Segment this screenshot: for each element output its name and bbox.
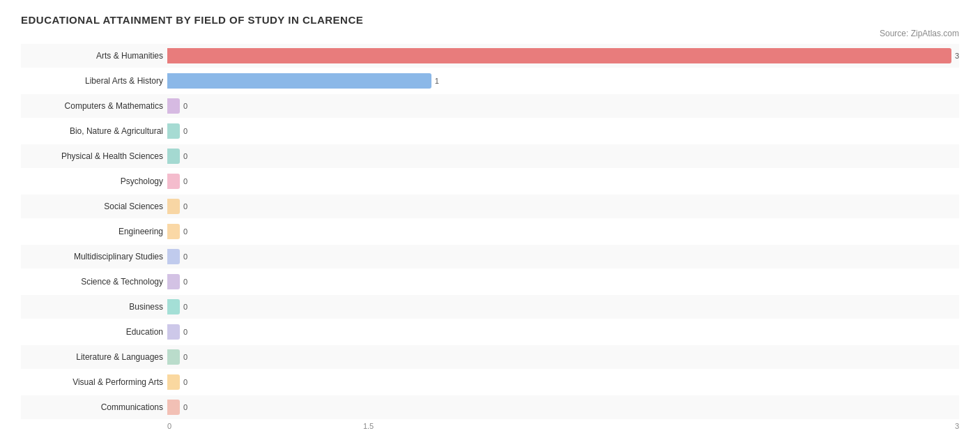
bar-track: 0 [167, 274, 959, 289]
bar-track: 0 [167, 174, 959, 189]
bar-fill [167, 98, 180, 114]
bar-value: 1 [435, 77, 439, 85]
bar-label: Multidisciplinary Studies [21, 252, 167, 261]
chart-title: EDUCATIONAL ATTAINMENT BY FIELD OF STUDY… [21, 14, 959, 26]
bar-value: 3 [955, 52, 959, 60]
bar-value: 0 [183, 403, 187, 411]
bar-label: Education [21, 327, 167, 337]
bar-value: 0 [183, 102, 187, 110]
bar-track: 0 [167, 249, 959, 264]
bar-track: 0 [167, 199, 959, 214]
bar-fill [167, 274, 180, 289]
bar-row: Liberal Arts & History1 [21, 69, 959, 93]
bar-fill [167, 123, 180, 139]
bar-track: 0 [167, 149, 959, 164]
bar-fill [167, 374, 180, 390]
bar-track: 0 [167, 224, 959, 239]
bar-row: Social Sciences0 [21, 195, 959, 218]
bar-fill [167, 224, 180, 239]
bar-row: Education0 [21, 320, 959, 344]
bar-row: Arts & Humanities3 [21, 44, 959, 68]
bar-row: Science & Technology0 [21, 270, 959, 294]
bar-label: Literature & Languages [21, 352, 167, 362]
chart-wrapper: Arts & Humanities3Liberal Arts & History… [21, 44, 959, 430]
bar-track: 0 [167, 324, 959, 340]
bar-label: Science & Technology [21, 277, 167, 287]
bar-value: 0 [183, 378, 187, 386]
x-axis-label: 1.5 [171, 422, 565, 430]
bar-track: 0 [167, 349, 959, 365]
bar-label: Physical & Health Sciences [21, 151, 167, 161]
bar-track: 3 [167, 48, 959, 63]
bar-label: Social Sciences [21, 202, 167, 211]
bar-value: 0 [183, 127, 187, 135]
bars-container: Arts & Humanities3Liberal Arts & History… [21, 44, 959, 419]
bar-row: Visual & Performing Arts0 [21, 370, 959, 394]
bar-label: Arts & Humanities [21, 51, 167, 61]
bar-fill [167, 149, 180, 164]
bar-value: 0 [183, 303, 187, 311]
bar-fill [167, 48, 951, 63]
bar-track: 0 [167, 400, 959, 415]
bar-fill [167, 400, 180, 415]
x-axis: 01.53 [21, 422, 959, 430]
bar-value: 0 [183, 252, 187, 261]
bar-fill [167, 324, 180, 340]
bar-label: Psychology [21, 176, 167, 186]
bar-value: 0 [183, 278, 187, 286]
bar-row: Computers & Mathematics0 [21, 94, 959, 118]
bar-label: Business [21, 302, 167, 312]
bar-fill [167, 349, 180, 365]
bar-label: Liberal Arts & History [21, 76, 167, 86]
bar-row: Multidisciplinary Studies0 [21, 245, 959, 268]
bar-label: Bio, Nature & Agricultural [21, 126, 167, 136]
bar-row: Bio, Nature & Agricultural0 [21, 119, 959, 143]
bar-row: Engineering0 [21, 220, 959, 243]
bar-fill [167, 249, 180, 264]
bar-fill [167, 174, 180, 189]
bar-track: 0 [167, 299, 959, 314]
bar-row: Literature & Languages0 [21, 345, 959, 369]
bar-track: 0 [167, 123, 959, 139]
bar-track: 0 [167, 98, 959, 114]
bar-row: Communications0 [21, 395, 959, 419]
bar-label: Engineering [21, 227, 167, 236]
bar-fill [167, 199, 180, 214]
bar-label: Visual & Performing Arts [21, 377, 167, 387]
bar-fill [167, 299, 180, 314]
bar-label: Communications [21, 402, 167, 412]
source-label: Source: ZipAtlas.com [21, 29, 959, 38]
bar-row: Physical & Health Sciences0 [21, 144, 959, 168]
bar-value: 0 [183, 202, 187, 211]
bar-value: 0 [183, 353, 187, 361]
bar-value: 0 [183, 227, 187, 236]
bar-row: Business0 [21, 295, 959, 319]
x-axis-label: 3 [565, 422, 959, 430]
bar-fill [167, 73, 431, 89]
bar-track: 0 [167, 374, 959, 390]
bar-value: 0 [183, 328, 187, 336]
bar-row: Psychology0 [21, 169, 959, 193]
bar-value: 0 [183, 152, 187, 160]
bar-track: 1 [167, 73, 959, 89]
bar-value: 0 [183, 177, 187, 185]
bar-label: Computers & Mathematics [21, 101, 167, 111]
